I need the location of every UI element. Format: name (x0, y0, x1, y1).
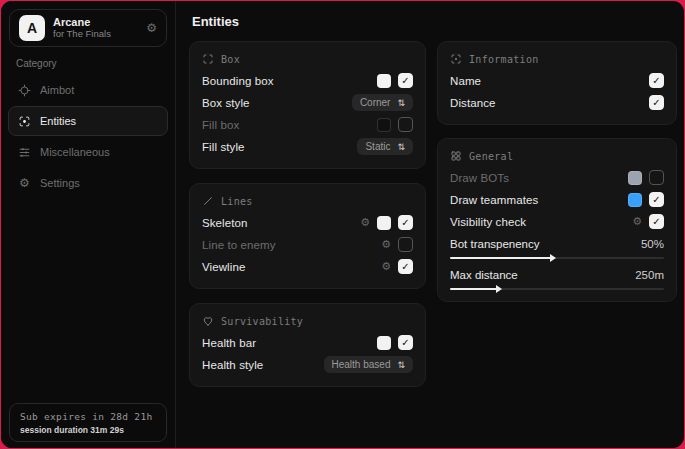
gear-icon[interactable]: ⚙ (381, 239, 391, 250)
sidebar-nav: Aimbot Entities Miscellaneous ⚙ Settings (1, 75, 175, 198)
sidebar-item-label: Miscellaneous (40, 146, 110, 158)
select-value: Static (365, 141, 390, 152)
setting-label: Distance (450, 97, 649, 109)
slider-track[interactable] (450, 288, 664, 290)
setting-label: Health bar (202, 337, 377, 349)
sidebar-item-miscellaneous[interactable]: Miscellaneous (8, 137, 168, 167)
color-swatch[interactable] (377, 216, 391, 230)
box-corners-icon (202, 53, 214, 65)
chevrons-up-down-icon: ⇅ (397, 142, 405, 152)
box-style-select[interactable]: Corner⇅ (352, 94, 413, 111)
left-column: Box Bounding box ✓ Box style Corner⇅ (189, 41, 426, 387)
row-draw-bots: Draw BOTs ✓ (450, 167, 664, 188)
checkbox[interactable]: ✓ (398, 335, 413, 350)
health-style-select[interactable]: Health based⇅ (324, 356, 413, 373)
row-visibility-check: Visibility check ⚙ ✓ (450, 211, 664, 232)
setting-label: Fill style (202, 141, 357, 153)
slider-track[interactable] (450, 257, 664, 259)
setting-label: Name (450, 75, 649, 87)
check-icon: ✓ (401, 262, 409, 272)
slider-max-distance: Max distance 250m (450, 269, 664, 290)
setting-label: Health style (202, 359, 324, 371)
app-title-block: Arcane for The Finals (53, 16, 111, 40)
gear-icon[interactable]: ⚙ (360, 217, 370, 228)
setting-label: Draw teammates (450, 194, 628, 206)
slider-fill (450, 288, 497, 290)
check-icon: ✓ (652, 98, 660, 108)
setting-label: Fill box (202, 119, 377, 131)
check-icon: ✓ (401, 218, 409, 228)
color-swatch[interactable] (377, 74, 391, 88)
checkbox[interactable]: ✓ (398, 237, 413, 252)
gear-icon[interactable]: ⚙ (632, 216, 642, 227)
slider-fill (450, 257, 551, 259)
panel-title: Survivability (221, 316, 303, 327)
fill-style-select[interactable]: Static⇅ (357, 138, 413, 155)
color-swatch[interactable] (377, 118, 391, 132)
panel-general-header: General (450, 150, 664, 162)
sidebar-item-label: Aimbot (40, 84, 74, 96)
panel-box: Box Bounding box ✓ Box style Corner⇅ (189, 41, 426, 169)
chevrons-up-down-icon: ⇅ (397, 360, 405, 370)
check-icon: ✓ (652, 76, 660, 86)
subscription-status-card: Sub expires in 28d 21h session duration … (9, 403, 167, 442)
gear-icon[interactable]: ⚙ (146, 22, 157, 34)
panel-lines: Lines Skeleton ⚙ ✓ Line to enemy ⚙ (189, 183, 426, 289)
sliders-icon (18, 146, 31, 159)
select-value: Corner (360, 97, 391, 108)
sidebar: A Arcane for The Finals ⚙ Category Aimbo… (1, 1, 176, 448)
app-logo: A (19, 15, 45, 41)
sidebar-item-entities[interactable]: Entities (8, 106, 168, 136)
checkbox[interactable]: ✓ (649, 170, 664, 185)
setting-label: Bounding box (202, 75, 377, 87)
color-swatch[interactable] (628, 193, 642, 207)
row-fill-box: Fill box ✓ (202, 114, 413, 135)
checkbox[interactable]: ✓ (649, 73, 664, 88)
crosshair-icon (18, 84, 31, 97)
row-name: Name ✓ (450, 70, 664, 91)
row-line-to-enemy: Line to enemy ⚙ ✓ (202, 234, 413, 255)
slider-thumb[interactable] (550, 254, 556, 262)
sub-expiry-text: Sub expires in 28d 21h (20, 411, 156, 422)
setting-label: Line to enemy (202, 239, 381, 251)
sidebar-item-aimbot[interactable]: Aimbot (8, 75, 168, 105)
logo-card: A Arcane for The Finals ⚙ (9, 9, 167, 47)
slider-bot-transparency: Bot transpenency 50% (450, 238, 664, 259)
panel-title: Information (469, 54, 539, 65)
setting-label: Box style (202, 97, 352, 109)
checkbox[interactable]: ✓ (649, 214, 664, 229)
checkbox[interactable]: ✓ (398, 215, 413, 230)
heart-icon (202, 315, 214, 327)
checkbox[interactable]: ✓ (649, 192, 664, 207)
slider-thumb[interactable] (496, 285, 502, 293)
color-swatch[interactable] (628, 171, 642, 185)
panel-general: General Draw BOTs ✓ Draw teammates (437, 138, 677, 302)
row-fill-style: Fill style Static⇅ (202, 136, 413, 157)
sidebar-item-settings[interactable]: ⚙ Settings (8, 168, 168, 198)
sidebar-item-label: Settings (40, 177, 80, 189)
slider-value: 250m (635, 269, 664, 281)
check-icon: ✓ (401, 76, 409, 86)
color-swatch[interactable] (377, 336, 391, 350)
checkbox[interactable]: ✓ (398, 259, 413, 274)
gear-icon[interactable]: ⚙ (381, 261, 391, 272)
setting-label: Viewline (202, 261, 381, 273)
session-duration-text: session duration 31m 29s (20, 425, 156, 435)
scan-info-icon (450, 53, 462, 65)
checkbox[interactable]: ✓ (398, 73, 413, 88)
row-health-style: Health style Health based⇅ (202, 354, 413, 375)
slider-label: Max distance (450, 269, 518, 281)
slider-label: Bot transpenency (450, 238, 540, 250)
chevrons-up-down-icon: ⇅ (397, 98, 405, 108)
slider-value: 50% (641, 238, 664, 250)
setting-label: Skeleton (202, 217, 360, 229)
check-icon: ✓ (652, 195, 660, 205)
checkbox[interactable]: ✓ (398, 117, 413, 132)
setting-label: Visibility check (450, 216, 632, 228)
panel-survivability-header: Survivability (202, 315, 413, 327)
checkbox[interactable]: ✓ (649, 95, 664, 110)
row-health-bar: Health bar ✓ (202, 332, 413, 353)
page-title: Entities (192, 14, 677, 29)
row-skeleton: Skeleton ⚙ ✓ (202, 212, 413, 233)
panel-title: Box (221, 54, 240, 65)
